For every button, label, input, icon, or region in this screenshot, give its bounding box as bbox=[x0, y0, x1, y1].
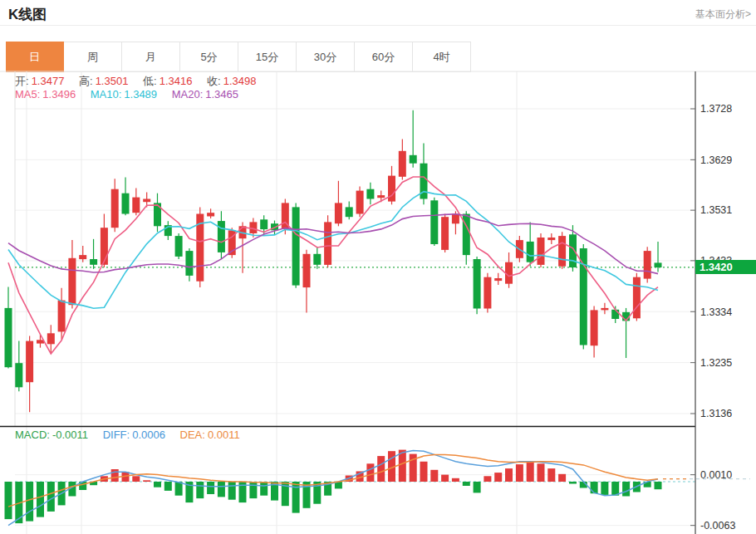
macd-bar bbox=[132, 476, 140, 482]
low-value: 1.3416 bbox=[160, 75, 193, 87]
macd-bar bbox=[164, 482, 172, 491]
candle bbox=[207, 213, 214, 216]
ma5-value: 1.3496 bbox=[42, 88, 76, 100]
candle bbox=[132, 198, 140, 213]
high-value: 1.3501 bbox=[96, 75, 129, 87]
macd-bar bbox=[452, 478, 459, 482]
candle bbox=[547, 238, 555, 240]
candle bbox=[313, 254, 321, 265]
macd-bar bbox=[228, 482, 236, 500]
candle bbox=[399, 151, 406, 177]
candle bbox=[494, 278, 502, 281]
candle bbox=[452, 214, 459, 224]
macd-bar bbox=[474, 482, 481, 492]
diff-value: 0.0006 bbox=[132, 429, 165, 441]
candle bbox=[5, 308, 12, 367]
candle bbox=[366, 189, 374, 199]
dea-value: 0.0011 bbox=[208, 429, 240, 441]
current-price-badge: 1.3420 bbox=[695, 260, 756, 274]
candle bbox=[90, 259, 97, 265]
candle bbox=[644, 251, 651, 279]
ma10-label: MA10: bbox=[91, 88, 122, 100]
macd-value: -0.0011 bbox=[52, 429, 88, 441]
candle bbox=[527, 242, 534, 262]
candle bbox=[591, 310, 598, 345]
macd-axis-label: -0.0063 bbox=[700, 520, 735, 532]
candle bbox=[388, 176, 395, 202]
macd-bar bbox=[527, 462, 534, 482]
candle bbox=[185, 251, 193, 276]
ma10-value: 1.3489 bbox=[124, 88, 157, 100]
candle bbox=[218, 221, 225, 252]
macd-bar bbox=[505, 468, 513, 482]
y-axis-label: 1.3531 bbox=[700, 204, 732, 216]
macd-bar bbox=[37, 482, 44, 517]
ma5-label: MA5: bbox=[15, 88, 40, 100]
ma-legend: MA5:1.3496 MA10:1.3489 MA20:1.3465 bbox=[15, 88, 241, 100]
candle bbox=[611, 310, 619, 319]
candle bbox=[260, 219, 268, 229]
ohlc-legend: 开:1.3477 高:1.3501 低:1.3416 收:1.3498 bbox=[15, 74, 258, 89]
candle bbox=[68, 258, 76, 305]
macd-bar bbox=[420, 462, 428, 482]
y-axis-label: 1.3235 bbox=[700, 357, 732, 369]
macd-bar bbox=[5, 482, 12, 519]
macd-label: MACD: bbox=[15, 429, 50, 441]
y-axis-label: 1.3136 bbox=[700, 408, 732, 419]
candle bbox=[356, 191, 364, 214]
candle bbox=[101, 228, 108, 265]
candle bbox=[633, 277, 641, 319]
macd-bar bbox=[154, 482, 161, 487]
macd-bar bbox=[655, 482, 662, 489]
candle bbox=[569, 234, 577, 267]
candle bbox=[655, 262, 662, 267]
macd-bar bbox=[494, 473, 502, 482]
low-label: 低: bbox=[143, 75, 157, 87]
macd-bar bbox=[441, 475, 449, 482]
candle bbox=[335, 203, 342, 223]
macd-bar bbox=[484, 476, 491, 482]
macd-bar bbox=[601, 482, 608, 495]
macd-bar bbox=[26, 482, 33, 522]
dea-label: DEA: bbox=[180, 429, 205, 441]
candle bbox=[346, 207, 353, 217]
open-label: 开: bbox=[15, 75, 29, 87]
macd-bar bbox=[366, 463, 374, 482]
candle bbox=[558, 236, 566, 267]
candle bbox=[58, 301, 66, 332]
macd-axis-label: 0.0010 bbox=[700, 469, 732, 481]
macd-bar bbox=[143, 480, 150, 482]
macd-bar bbox=[249, 482, 257, 498]
close-value: 1.3498 bbox=[223, 75, 257, 87]
y-axis-label: 1.3728 bbox=[700, 103, 732, 115]
high-label: 高: bbox=[79, 75, 93, 87]
candle bbox=[15, 363, 22, 387]
candle bbox=[441, 217, 449, 250]
candle bbox=[154, 203, 161, 226]
candle bbox=[111, 189, 119, 228]
candle bbox=[430, 200, 438, 244]
macd-bar bbox=[111, 469, 119, 482]
candle bbox=[410, 155, 417, 164]
ma20-value: 1.3465 bbox=[205, 88, 238, 100]
candle bbox=[474, 259, 481, 309]
macd-bar bbox=[569, 482, 577, 484]
candle bbox=[175, 236, 183, 257]
y-axis-label: 1.3629 bbox=[700, 154, 732, 166]
macd-bar bbox=[218, 482, 225, 497]
macd-bar bbox=[591, 482, 598, 493]
open-value: 1.3477 bbox=[32, 75, 65, 87]
candle bbox=[484, 277, 491, 309]
ma20-label: MA20: bbox=[172, 88, 204, 100]
macd-legend: MACD:-0.0011 DIFF:0.0006 DEA:0.0011 bbox=[15, 429, 243, 441]
candle bbox=[292, 207, 300, 285]
candle bbox=[601, 308, 608, 311]
macd-bar bbox=[538, 463, 545, 482]
candle bbox=[303, 254, 311, 287]
macd-bar bbox=[377, 456, 385, 482]
candle bbox=[324, 222, 331, 265]
macd-bar bbox=[175, 482, 183, 496]
y-axis-label: 1.3334 bbox=[700, 306, 732, 318]
candle bbox=[143, 199, 150, 203]
candle bbox=[122, 194, 130, 214]
